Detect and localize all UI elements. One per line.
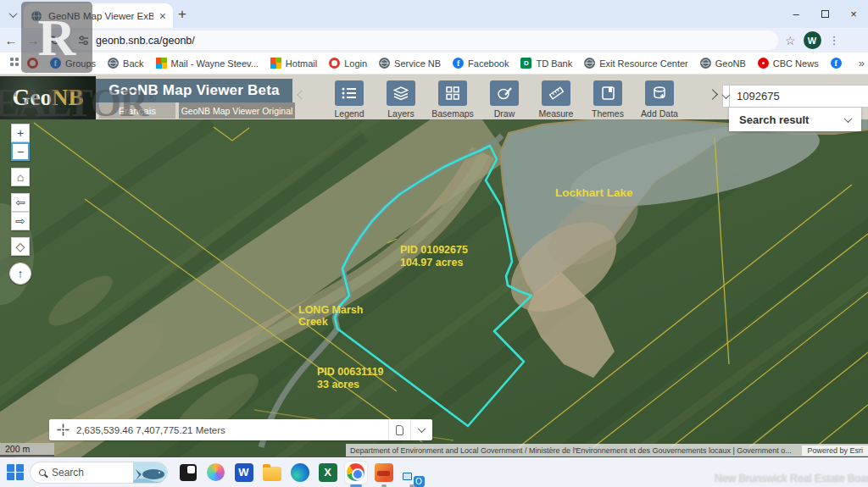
bookmarks-bar: fGroupsBackMail - Wayne Steev...HotmailL… <box>0 53 868 75</box>
bookmark-item[interactable]: DTD Bank <box>520 58 572 69</box>
profile-avatar[interactable]: W <box>804 31 821 49</box>
chrome-icon <box>347 463 364 481</box>
bookmarks-overflow-icon[interactable]: » <box>859 57 865 69</box>
toolbar-draw[interactable]: Draw <box>490 80 519 119</box>
url-text: geonb.snb.ca/geonb/ <box>96 35 195 47</box>
toolbar-label: Add Data <box>641 108 678 119</box>
tab-search-icon[interactable] <box>5 7 20 22</box>
copilot-taskbar-icon[interactable] <box>205 462 227 484</box>
toolbar-layers[interactable]: Layers <box>387 80 415 119</box>
apps-grid-icon[interactable] <box>10 58 19 69</box>
cbc-icon <box>758 58 769 69</box>
bookmark-item[interactable]: GeoNB <box>700 58 746 69</box>
toolbar-add-data[interactable]: Add Data <box>645 80 674 119</box>
task-view-icon <box>180 464 197 481</box>
tab-title: GeoNB Map Viewer ExB <box>48 11 153 21</box>
word-taskbar-icon[interactable]: W <box>233 462 255 484</box>
reload-icon[interactable]: ↻ <box>44 33 66 48</box>
browser-navbar: ← → ↻ geonb.snb.ca/geonb/ ☆ W ⋮ <box>0 28 868 53</box>
browser-tab[interactable]: GeoNB Map Viewer ExB × <box>24 3 173 28</box>
bookmark-label: Service NB <box>394 58 441 69</box>
crosshair-icon[interactable] <box>57 423 70 436</box>
previous-extent-button[interactable]: ⇦ <box>11 193 30 212</box>
bookmark-label: TD Bank <box>536 58 572 69</box>
tab-close-icon[interactable]: × <box>159 10 166 22</box>
zoom-out-button[interactable]: − <box>11 142 30 161</box>
geonb-logo: GeoNB <box>0 76 96 119</box>
window-minimize-button[interactable]: – <box>782 0 810 28</box>
map-attribution: Department of Environment and Local Gove… <box>346 444 868 457</box>
pid1-label: PID 01092675 <box>400 244 468 256</box>
forward-icon[interactable]: → <box>22 33 44 47</box>
search-widget: × <box>722 85 863 108</box>
file-explorer-taskbar-icon[interactable] <box>261 462 283 484</box>
pid2-label: PID 00631119 <box>317 366 384 378</box>
facebook-icon: f <box>831 58 842 69</box>
layers-icon <box>387 80 415 106</box>
back-icon[interactable]: ← <box>0 33 22 47</box>
chrome-taskbar-icon[interactable] <box>345 462 367 484</box>
search-input[interactable] <box>730 85 868 108</box>
bookmark-item[interactable]: Login <box>329 58 367 69</box>
search-icon <box>39 469 46 476</box>
original-viewer-button[interactable]: GeoNB Map Viewer Original <box>179 102 295 119</box>
taskbar-search[interactable]: Search <box>30 462 168 484</box>
map-canvas[interactable]: Lockhart Lake PID 01092675 104.97 acres … <box>0 119 868 457</box>
locate-button[interactable]: ◇ <box>11 237 30 256</box>
toolbar-legend[interactable]: Legend <box>335 80 364 119</box>
bookmark-item[interactable]: f <box>831 58 842 69</box>
address-bar[interactable]: geonb.snb.ca/geonb/ <box>70 30 778 50</box>
zoom-in-button[interactable]: + <box>11 124 30 142</box>
bookmark-label: Facebook <box>468 58 509 69</box>
facebook-icon: f <box>453 58 464 69</box>
toolbar-measure[interactable]: Measure <box>542 80 570 119</box>
home-button[interactable]: ⌂ <box>11 168 30 186</box>
pid1-acres-label: 104.97 acres <box>400 257 463 268</box>
excel-taskbar-icon[interactable]: X <box>317 462 339 484</box>
task-view-taskbar-icon[interactable] <box>177 462 199 484</box>
toolbar-collapse-icon[interactable] <box>298 86 305 102</box>
photos-app-taskbar-icon[interactable] <box>373 462 395 484</box>
copy-coordinates-button[interactable] <box>388 419 410 440</box>
bookmark-item[interactable]: Back <box>108 58 143 69</box>
copilot-icon <box>207 463 225 481</box>
bookmark-item[interactable]: Hotmail <box>270 58 317 69</box>
next-extent-button[interactable]: ⇨ <box>11 212 30 230</box>
toolbar-basemaps[interactable]: Basemaps <box>438 80 467 119</box>
draw-icon <box>490 80 519 106</box>
toolbar-expand-icon[interactable] <box>709 86 716 102</box>
bookmark-item[interactable]: fGroups <box>50 58 96 69</box>
browser-tab-strip: GeoNB Map Viewer ExB × + – × <box>0 0 868 28</box>
facebook-icon: f <box>50 58 61 69</box>
browser-menu-icon[interactable]: ⋮ <box>829 39 837 42</box>
start-button[interactable] <box>7 464 24 481</box>
bookmark-star-icon[interactable]: ☆ <box>785 34 796 47</box>
themes-icon <box>593 80 622 106</box>
globe-icon <box>700 58 711 69</box>
bookmark-item[interactable]: Mail - Wayne Steev... <box>156 58 259 69</box>
bookmark-item[interactable]: Exit Resource Center <box>584 58 688 69</box>
outlook-taskbar-icon[interactable] <box>401 462 423 484</box>
new-tab-button[interactable]: + <box>178 6 186 23</box>
search-source-dropdown[interactable] <box>722 85 730 108</box>
toolbar-themes[interactable]: Themes <box>593 80 622 119</box>
window-close-button[interactable]: × <box>839 0 868 28</box>
bookmark-item[interactable]: Service NB <box>379 58 441 69</box>
globe-icon <box>584 58 595 69</box>
bookmark-item[interactable]: fFacebook <box>453 58 509 69</box>
edge-taskbar-icon[interactable] <box>289 462 311 484</box>
bookmark-label: CBC News <box>773 58 819 69</box>
toolbar-label: Layers <box>387 108 415 119</box>
coordinates-dropdown[interactable] <box>410 419 432 440</box>
window-maximize-button[interactable] <box>810 0 839 28</box>
bookmark-item[interactable] <box>27 58 38 69</box>
photos-app-icon <box>375 463 393 482</box>
bookmark-item[interactable]: CBC News <box>758 58 819 69</box>
site-settings-icon[interactable] <box>78 35 89 46</box>
north-arrow-button[interactable]: ↑ <box>9 263 31 285</box>
creek-label-line2: Creek <box>298 316 328 328</box>
search-result-panel[interactable]: Search result <box>729 108 861 131</box>
search-result-label: Search result <box>739 113 809 126</box>
language-button[interactable]: Français <box>99 102 175 119</box>
bookmark-label: Exit Resource Center <box>599 58 688 69</box>
